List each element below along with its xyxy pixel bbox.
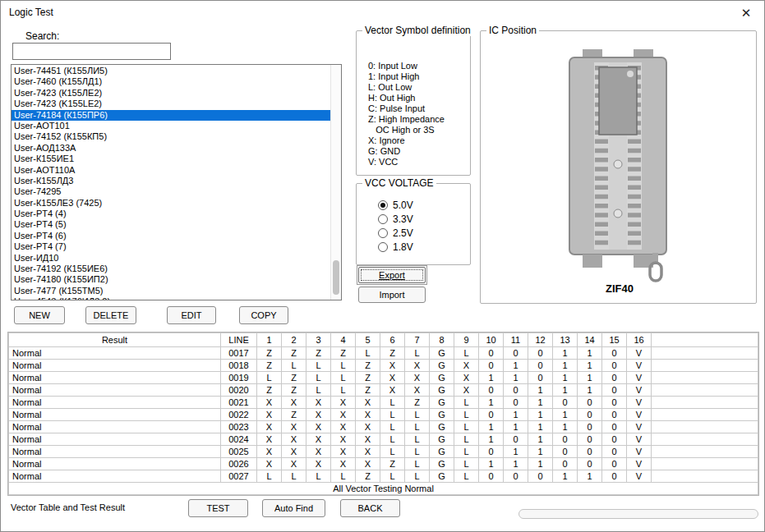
list-item[interactable]: User-PT4 (5) bbox=[12, 219, 330, 230]
import-button[interactable]: Import bbox=[358, 287, 426, 303]
table-row[interactable]: Normal0019LZLLZXXGX110110V bbox=[9, 372, 758, 384]
pin-cell: L bbox=[454, 409, 479, 421]
close-button[interactable]: ✕ bbox=[736, 4, 756, 22]
list-item[interactable]: User-PT4 (6) bbox=[12, 231, 330, 241]
list-item[interactable]: User-7423 (K155LE2) bbox=[12, 99, 330, 109]
list-item[interactable]: User-74152 (К155КП5) bbox=[12, 131, 330, 142]
pin-cell: L bbox=[405, 446, 430, 458]
table-row[interactable]: Normal0021XXXXXLZGL101000V bbox=[9, 397, 758, 409]
list-item[interactable]: User-74192 (К155ИЕ6) bbox=[12, 264, 330, 274]
pin-cell: L bbox=[257, 470, 282, 483]
list-item[interactable]: User-7460 (К155ЛД1) bbox=[12, 76, 330, 87]
scrollbar-thumb[interactable] bbox=[333, 260, 339, 295]
copy-button[interactable]: COPY bbox=[239, 306, 288, 324]
summary-row: All Vector Testing Normal bbox=[9, 483, 758, 495]
vcc-option-2.5V[interactable]: 2.5V bbox=[378, 226, 413, 240]
pin-cell: L bbox=[454, 470, 479, 483]
column-header: 14 bbox=[578, 333, 602, 347]
pin-cell: 1 bbox=[504, 409, 528, 421]
test-button[interactable]: TEST bbox=[188, 499, 248, 517]
pin-cell: 1 bbox=[528, 384, 553, 397]
pin-cell: X bbox=[331, 458, 356, 470]
pin-cell: 1 bbox=[578, 347, 602, 360]
export-button[interactable]: Export bbox=[358, 267, 426, 283]
pin-cell: 0 bbox=[578, 433, 602, 446]
pin-cell: L bbox=[380, 409, 405, 421]
table-row[interactable]: Normal0022XZXXXLLGL011100V bbox=[9, 409, 758, 421]
vcc-option-1.8V[interactable]: 1.8V bbox=[378, 240, 413, 254]
list-item[interactable]: User-PT4 (4) bbox=[12, 209, 330, 219]
progress-bar bbox=[518, 509, 758, 519]
table-row[interactable]: Normal0027LLLLZLLGL000110V bbox=[9, 470, 758, 483]
search-input[interactable] bbox=[12, 43, 171, 60]
pin-cell: X bbox=[331, 409, 356, 421]
list-item[interactable]: User-PT4 (7) bbox=[12, 241, 330, 252]
table-row[interactable]: Normal0025XXXXXLLGL011000V bbox=[9, 446, 758, 458]
pin-cell: 0 bbox=[602, 470, 627, 483]
pin-cell: L bbox=[454, 421, 479, 433]
list-item[interactable]: User-7423 (К155ЛЕ2) bbox=[12, 88, 330, 99]
vcc-groupbox: VCC VOLTAGE 5.0V3.3V2.5V1.8V bbox=[356, 183, 471, 265]
list-item[interactable]: User-74180 (К155ИП2) bbox=[12, 274, 330, 285]
new-button[interactable]: NEW bbox=[14, 306, 65, 324]
table-row[interactable]: Normal0017ZZZZLZLGL000110V bbox=[9, 347, 758, 360]
pin-cell: X bbox=[331, 446, 356, 458]
vector-symbol-line: 1: Input High bbox=[368, 71, 445, 82]
table-row[interactable]: Normal0020ZZLLZXXGX001110V bbox=[9, 384, 758, 397]
pin-cell: 0 bbox=[578, 397, 602, 409]
table-row[interactable]: Normal0024XXXXXLLGL101000V bbox=[9, 433, 758, 446]
pin-cell: X bbox=[306, 421, 331, 433]
vcc-option-label: 1.8V bbox=[393, 241, 413, 253]
delete-button[interactable]: DELETE bbox=[85, 306, 136, 324]
fill-cell bbox=[652, 360, 758, 372]
list-item[interactable]: User-К155ЛД3 bbox=[12, 176, 330, 186]
device-list: User-74451 (К155ЛИ5)User-7460 (К155ЛД1)U… bbox=[12, 66, 330, 300]
table-row[interactable]: Normal0018ZLLLZXXGX010110V bbox=[9, 360, 758, 372]
list-item[interactable]: User-К155ИЕ1 bbox=[12, 154, 330, 164]
line-cell: 0017 bbox=[221, 347, 257, 360]
list-item[interactable]: User-К155ЛЕ3 (7425) bbox=[12, 198, 330, 209]
edit-button[interactable]: EDIT bbox=[167, 306, 216, 324]
list-item[interactable]: User-ИД10 bbox=[12, 253, 330, 264]
pin-cell: 0 bbox=[602, 372, 627, 384]
pin-cell: 0 bbox=[602, 397, 627, 409]
table-row[interactable]: Normal0023XXXXXLLGL111100V bbox=[9, 421, 758, 433]
list-item[interactable]: User-4543 (К176ИД3 2) bbox=[12, 296, 330, 300]
pin-cell: 0 bbox=[528, 347, 553, 360]
pin-cell: V bbox=[627, 384, 652, 397]
pin-cell: Z bbox=[282, 409, 306, 421]
pin-cell: 0 bbox=[578, 446, 602, 458]
vcc-option-5.0V[interactable]: 5.0V bbox=[378, 198, 413, 212]
vcc-title: VCC VOLTAGE bbox=[362, 177, 436, 189]
table-row[interactable]: Normal0026XXXXXZLGL111000V bbox=[9, 458, 758, 470]
list-item[interactable]: User-74451 (К155ЛИ5) bbox=[12, 66, 330, 76]
column-header: 2 bbox=[282, 333, 306, 347]
list-item[interactable]: User-7477 (К155ТМ5) bbox=[12, 286, 330, 296]
vector-symbol-groupbox: Vector Symbol definition 0: Input Low1: … bbox=[356, 30, 471, 176]
device-listbox: User-74451 (К155ЛИ5)User-7460 (К155ЛД1)U… bbox=[11, 64, 342, 300]
list-item[interactable]: User-AOT110A bbox=[12, 165, 330, 176]
pin-cell: X bbox=[454, 360, 479, 372]
pin-cell: L bbox=[454, 397, 479, 409]
pin-cell: X bbox=[282, 446, 306, 458]
pin-cell: X bbox=[331, 421, 356, 433]
vcc-option-3.3V[interactable]: 3.3V bbox=[378, 212, 413, 226]
pin-cell: Z bbox=[282, 347, 306, 360]
pin-cell: L bbox=[257, 372, 282, 384]
list-scrollbar[interactable] bbox=[330, 65, 341, 300]
list-item[interactable]: User-74184 (К155ПР6) bbox=[12, 110, 330, 121]
list-item[interactable]: User-АОД133А bbox=[12, 143, 330, 154]
back-button[interactable]: BACK bbox=[340, 499, 400, 517]
pin-cell: L bbox=[306, 360, 331, 372]
pin-cell: G bbox=[430, 409, 454, 421]
pin-cell: X bbox=[380, 372, 405, 384]
pin-cell: 0 bbox=[602, 421, 627, 433]
auto-find-button[interactable]: Auto Find bbox=[262, 499, 325, 517]
pin-cell: X bbox=[356, 421, 380, 433]
list-item[interactable]: User-74295 bbox=[12, 186, 330, 197]
pin-cell: L bbox=[405, 433, 430, 446]
pin-cell: 1 bbox=[479, 433, 504, 446]
fill-cell bbox=[652, 458, 758, 470]
pin-cell: 0 bbox=[578, 458, 602, 470]
list-item[interactable]: User-AOT101 bbox=[12, 121, 330, 131]
